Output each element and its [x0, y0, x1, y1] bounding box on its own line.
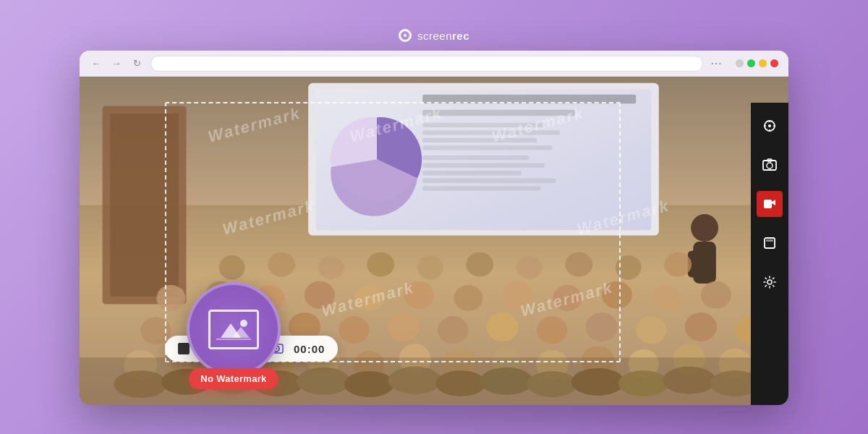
svg-point-67 [516, 256, 542, 279]
dot-red [770, 59, 778, 67]
svg-point-42 [438, 316, 468, 344]
forward-button[interactable]: → [110, 57, 123, 70]
svg-point-65 [417, 255, 443, 280]
right-sidebar [751, 103, 788, 405]
dot-gray [736, 59, 744, 67]
svg-point-53 [354, 285, 383, 311]
browser-window: ← → ↻ ⋯ [80, 51, 788, 405]
svg-point-52 [305, 281, 335, 309]
record-video-button[interactable] [757, 191, 783, 217]
svg-point-18 [691, 214, 718, 242]
dot-green [747, 59, 755, 67]
svg-point-60 [701, 281, 731, 309]
url-bar[interactable] [150, 56, 703, 72]
dot-yellow [759, 59, 767, 67]
svg-rect-106 [764, 200, 772, 208]
svg-point-46 [636, 316, 666, 344]
svg-point-40 [339, 316, 369, 344]
svg-point-44 [537, 316, 567, 344]
svg-point-55 [454, 285, 482, 311]
svg-point-98 [768, 124, 771, 127]
svg-point-109 [767, 280, 772, 284]
svg-point-56 [503, 281, 533, 309]
logo-bar: screenrec [399, 29, 469, 42]
svg-point-66 [466, 252, 493, 277]
svg-point-70 [664, 252, 692, 277]
svg-point-69 [616, 255, 642, 280]
refresh-button[interactable]: ↻ [130, 57, 143, 70]
svg-point-64 [367, 252, 394, 277]
logo-icon [399, 29, 412, 42]
svg-point-62 [268, 252, 295, 277]
svg-point-54 [404, 281, 434, 309]
logo-text: screenrec [417, 30, 469, 42]
svg-point-47 [685, 312, 717, 341]
svg-rect-9 [422, 130, 560, 135]
svg-point-104 [767, 163, 773, 169]
svg-rect-85 [80, 357, 788, 405]
svg-point-41 [388, 312, 420, 341]
svg-point-59 [652, 285, 681, 311]
svg-rect-108 [766, 239, 773, 242]
settings-button[interactable] [757, 269, 783, 295]
browser-content: Watermark Watermark Watermark Watermark … [80, 77, 788, 405]
svg-rect-16 [422, 186, 540, 190]
pointer-tool-button[interactable] [757, 113, 783, 139]
svg-point-58 [602, 281, 632, 309]
browser-menu[interactable]: ⋯ [710, 56, 723, 70]
no-watermark-badge: No Watermark [189, 368, 278, 389]
timer-display: 00:00 [294, 343, 325, 355]
image-icon [208, 310, 259, 349]
image-badge-circle [187, 282, 281, 376]
svg-point-49 [156, 285, 185, 311]
svg-point-36 [140, 317, 171, 344]
svg-point-112 [240, 320, 247, 327]
browser-chrome: ← → ↻ ⋯ [80, 51, 788, 77]
image-badge-container: No Watermark [187, 282, 281, 376]
svg-rect-21 [703, 251, 714, 278]
svg-rect-10 [422, 138, 537, 142]
svg-point-45 [586, 312, 618, 341]
svg-point-57 [553, 285, 582, 311]
svg-rect-15 [422, 179, 556, 183]
svg-rect-14 [422, 171, 522, 175]
svg-rect-13 [422, 163, 545, 168]
svg-point-43 [487, 312, 519, 341]
svg-rect-12 [422, 156, 529, 160]
svg-point-61 [219, 255, 245, 280]
svg-rect-3 [110, 114, 179, 297]
svg-rect-11 [422, 145, 552, 150]
back-button[interactable]: ← [90, 57, 103, 70]
svg-rect-8 [422, 123, 545, 127]
svg-point-63 [318, 256, 344, 279]
window-capture-button[interactable] [757, 230, 783, 256]
window-controls [736, 59, 778, 67]
svg-point-68 [565, 252, 592, 277]
svg-rect-6 [422, 95, 636, 104]
svg-rect-7 [422, 110, 575, 116]
screenshot-button[interactable] [757, 152, 783, 178]
